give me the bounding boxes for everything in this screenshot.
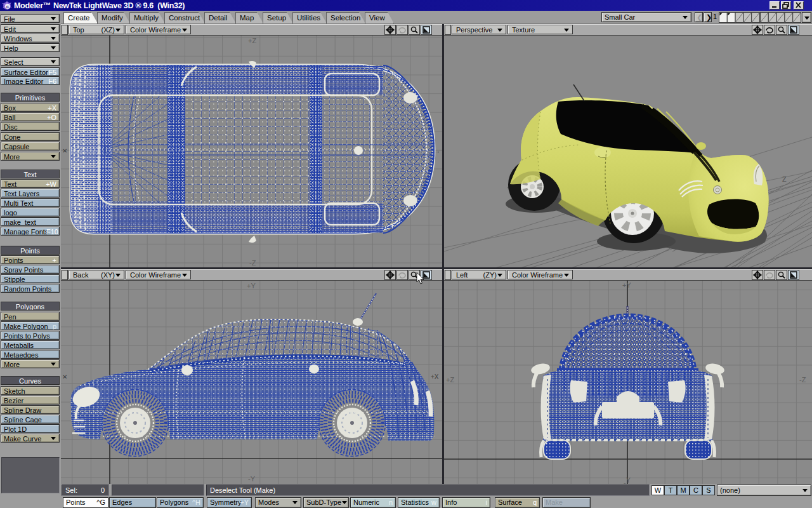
svg-text:-Z: -Z <box>249 259 256 267</box>
svg-text:Z: Z <box>782 175 787 183</box>
svg-text:c: c <box>6 4 10 10</box>
svg-text:ˍY: ˍY <box>624 476 631 484</box>
svg-text:✕: ✕ <box>62 373 67 380</box>
svg-text:✕: ✕ <box>62 147 67 154</box>
svg-text:+Y: +Y <box>622 281 631 289</box>
svg-text:+X: +X <box>431 373 439 380</box>
svg-text:+Z: +Z <box>248 37 256 44</box>
svg-text:+Y: +Y <box>247 282 256 290</box>
svg-text:-Y: -Y <box>248 475 256 483</box>
svg-text:+Z: +Z <box>446 376 454 384</box>
svg-text:-Z: -Z <box>799 376 806 384</box>
